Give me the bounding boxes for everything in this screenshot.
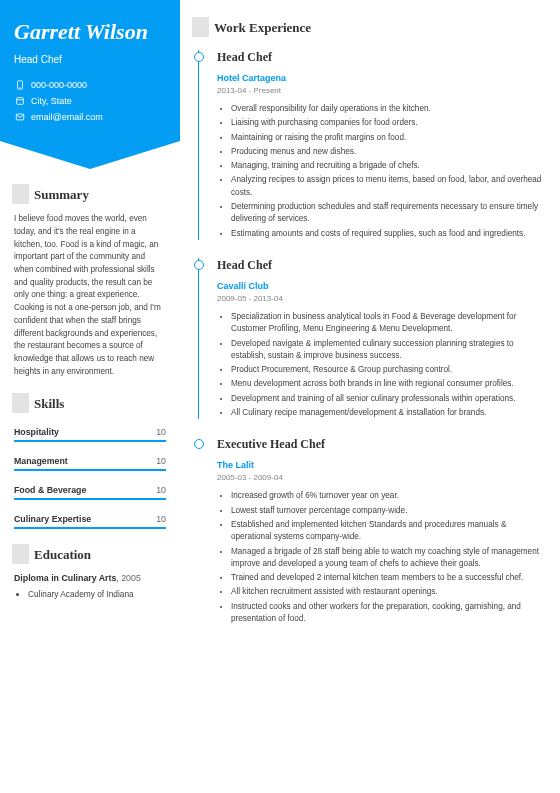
job-company: Cavalli Club <box>217 281 542 291</box>
svg-rect-2 <box>16 97 23 104</box>
location-icon <box>14 95 25 106</box>
job-title: Executive Head Chef <box>217 437 542 452</box>
skill-value: 10 <box>156 514 166 524</box>
job-bullet: Managed a brigade of 28 staff being able… <box>231 546 542 571</box>
skill-value: 10 <box>156 485 166 495</box>
job-bullet: Specialization in business analytical to… <box>231 311 542 336</box>
job-bullet: Overall responsibility for daily operati… <box>231 103 542 115</box>
job-bullets: Specialization in business analytical to… <box>217 311 542 419</box>
education-school: Culinary Academy of Indiana <box>28 589 166 599</box>
candidate-role: Head Chef <box>14 54 166 65</box>
job-dates: 2013-04 - Present <box>217 86 542 95</box>
job-bullet: Managing, training and recruiting a brig… <box>231 160 542 172</box>
job-bullet: All kitchen recruitment assisted with re… <box>231 586 542 598</box>
job-bullets: Overall responsibility for daily operati… <box>217 103 542 240</box>
summary-heading: Summary <box>14 187 166 203</box>
job-bullets: Increased growth of 6% turnover year on … <box>217 490 542 625</box>
job-bullet: Developed navigate & implemented culinar… <box>231 338 542 363</box>
work-heading: Work Experience <box>194 20 542 36</box>
skill-name: Management <box>14 456 68 466</box>
skill-name: Culinary Expertise <box>14 514 91 524</box>
skill-row: Culinary Expertise10 <box>14 509 166 529</box>
job-bullet: Producing menus and new dishes. <box>231 146 542 158</box>
skill-row: Hospitality10 <box>14 422 166 442</box>
job-bullet: Development and training of all senior c… <box>231 393 542 405</box>
job-bullet: Product Procurement, Resource & Group pu… <box>231 364 542 376</box>
contact-phone: 000-000-0000 <box>14 79 166 90</box>
job-company: Hotel Cartagena <box>217 73 542 83</box>
job-bullet: Menu development across both brands in l… <box>231 378 542 390</box>
job-bullet: Maintaining or raising the profit margin… <box>231 132 542 144</box>
job-bullet: Lowest staff turnover percentage company… <box>231 505 542 517</box>
email-icon <box>14 111 25 122</box>
skill-row: Management10 <box>14 451 166 471</box>
candidate-name: Garrett Wilson <box>14 20 166 44</box>
job-company: The Lalit <box>217 460 542 470</box>
skills-list: Hospitality10Management10Food & Beverage… <box>14 422 166 529</box>
job-bullet: Instructed cooks and other workers for t… <box>231 601 542 626</box>
job-bullet: Determining production schedules and sta… <box>231 201 542 226</box>
main-content: Work Experience Head ChefHotel Cartagena… <box>180 0 560 793</box>
job-dates: 2009-05 - 2013-04 <box>217 294 542 303</box>
education-school-list: Culinary Academy of Indiana <box>14 589 166 599</box>
skill-name: Hospitality <box>14 427 59 437</box>
location-text: City, State <box>31 96 72 106</box>
job-bullet: Increased growth of 6% turnover year on … <box>231 490 542 502</box>
sidebar-body: Summary I believe food moves the world, … <box>0 141 180 613</box>
job-bullet: Estimating amounts and costs of required… <box>231 228 542 240</box>
job-bullet: Analyzing recipes to assign prices to me… <box>231 174 542 199</box>
jobs-list: Head ChefHotel Cartagena2013-04 - Presen… <box>194 50 542 625</box>
job-entry: Head ChefCavalli Club2009-05 - 2013-04Sp… <box>198 258 542 419</box>
sidebar: Garrett Wilson Head Chef 000-000-0000 Ci… <box>0 0 180 793</box>
job-bullet: Trained and developed 2 internal kitchen… <box>231 572 542 584</box>
skills-heading: Skills <box>14 396 166 412</box>
education-degree: Diploma in Culinary Arts, 2005 <box>14 573 166 583</box>
email-text: email@email.com <box>31 112 103 122</box>
education-heading: Education <box>14 547 166 563</box>
job-bullet: Established and implemented kitchen Stan… <box>231 519 542 544</box>
job-bullet: All Culinary recipe management/developme… <box>231 407 542 419</box>
job-title: Head Chef <box>217 50 542 65</box>
skill-name: Food & Beverage <box>14 485 86 495</box>
job-title: Head Chef <box>217 258 542 273</box>
skill-row: Food & Beverage10 <box>14 480 166 500</box>
job-entry: Head ChefHotel Cartagena2013-04 - Presen… <box>198 50 542 240</box>
job-entry: Executive Head ChefThe Lalit2005-03 - 20… <box>198 437 542 625</box>
summary-text: I believe food moves the world, even tod… <box>14 213 166 378</box>
phone-icon <box>14 79 25 90</box>
skill-value: 10 <box>156 427 166 437</box>
contact-email: email@email.com <box>14 111 166 122</box>
phone-text: 000-000-0000 <box>31 80 87 90</box>
resume-page: Garrett Wilson Head Chef 000-000-0000 Ci… <box>0 0 560 793</box>
job-bullet: Liaising with purchasing companies for f… <box>231 117 542 129</box>
skill-value: 10 <box>156 456 166 466</box>
hero-banner: Garrett Wilson Head Chef 000-000-0000 Ci… <box>0 0 180 141</box>
contact-location: City, State <box>14 95 166 106</box>
job-dates: 2005-03 - 2009-04 <box>217 473 542 482</box>
